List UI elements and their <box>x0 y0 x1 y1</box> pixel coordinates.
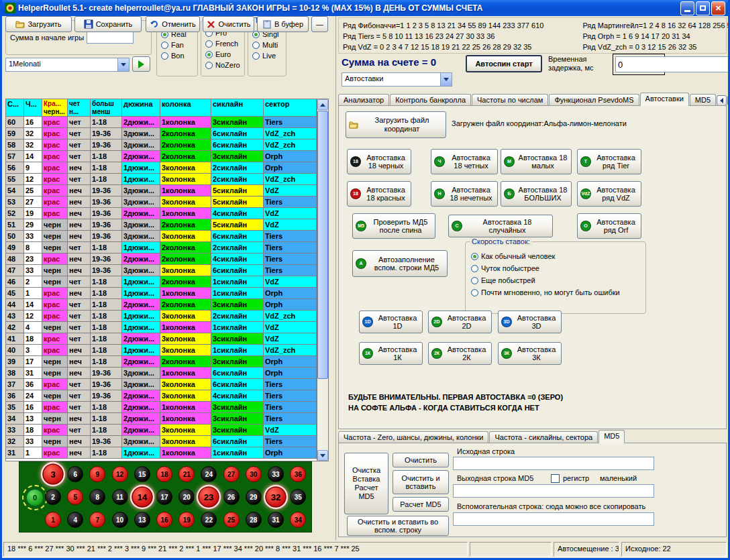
collapse-button[interactable]: — <box>311 16 328 32</box>
save-button[interactable]: Сохранить <box>74 16 142 32</box>
profile-combobox[interactable]: 1Melonati <box>5 58 129 72</box>
undo-button[interactable]: Отменить <box>146 16 200 32</box>
md5-calc-button[interactable]: Расчет MD5 <box>393 497 449 512</box>
table-row[interactable]: 3831черннеч19-363дюжи...1колонка6сиклайн… <box>6 368 317 379</box>
tab-scroll-left-icon[interactable] <box>717 95 727 106</box>
board-number-18[interactable]: 18 <box>156 466 172 482</box>
md5-clear-button[interactable]: Очистить <box>393 453 449 467</box>
autobet-button[interactable]: 2КАвтоставка 2К <box>428 342 492 365</box>
table-row[interactable]: 5129черннеч19-363дюжи...2колонка5сиклайн… <box>6 219 317 231</box>
md5-combo-button[interactable]: Очистка Вставка Расчет MD5 <box>344 453 388 514</box>
autobets-combobox[interactable]: Автоставки <box>342 72 452 87</box>
scroll-down-icon[interactable] <box>317 450 328 461</box>
autobet-orf-button[interactable]: O Автоставка ряд Orf <box>577 213 641 239</box>
tab-Функционал PsevdoMS[interactable]: Функционал PsevdoMS <box>549 94 639 106</box>
table-row[interactable]: 4823краснеч19-362дюжи...2колонка4сиклайн… <box>6 254 317 265</box>
table-row[interactable]: 5033черннеч19-363дюжи...3колонка6сиклайн… <box>6 231 317 242</box>
tab-Анализатор[interactable]: Анализатор <box>338 94 389 106</box>
chevron-down-icon[interactable] <box>117 58 129 71</box>
board-number-1[interactable]: 1 <box>45 512 61 528</box>
board-number-21[interactable]: 21 <box>178 466 195 482</box>
register-checkbox[interactable] <box>551 474 560 483</box>
board-number-9[interactable]: 9 <box>89 466 105 482</box>
board-number-36[interactable]: 36 <box>290 466 306 482</box>
play-button[interactable] <box>132 56 150 72</box>
tab-Автоставки[interactable]: Автоставки <box>640 93 689 106</box>
board-number-17[interactable]: 17 <box>156 489 172 505</box>
board-number-25[interactable]: 25 <box>223 512 240 528</box>
autospin-start-button[interactable]: Автоспин старт <box>466 55 542 72</box>
radio-option-Еще побыстрей[interactable]: Еще побыстрей <box>466 274 645 286</box>
table-row[interactable]: 3736красчет19-363дюжи...3колонка6сиклайн… <box>6 379 317 390</box>
board-number-23[interactable]: 23 <box>199 486 219 507</box>
table-row[interactable]: 5327краснеч19-363дюжи...3колонка5сиклайн… <box>6 197 317 208</box>
autobet-button[interactable]: 18Автоставка 18 черных <box>347 149 411 174</box>
fill-aux-md5-button[interactable]: А Автозаполнение вспом. строки МД5 <box>352 250 448 277</box>
board-number-2[interactable]: 2 <box>45 489 61 505</box>
autobet-button[interactable]: НАвтоставка 18 нечетных <box>431 181 498 207</box>
table-row[interactable]: 3233черннеч19-363дюжи...3колонка6сиклайн… <box>6 436 317 447</box>
tab-Частоты по числам[interactable]: Частоты по числам <box>472 94 548 106</box>
table-row[interactable]: 6016красчет1-182дюжи...1колонка3сиклайнT… <box>6 117 317 128</box>
table-row[interactable]: 5832красчет19-363дюжи...2колонка6сиклайн… <box>6 139 317 151</box>
maximize-button[interactable] <box>696 1 710 15</box>
tab-Частота - Zero, шансы, дюжины, колонки[interactable]: Частота - Zero, шансы, дюжины, колонки <box>338 431 488 443</box>
table-row[interactable]: 5714красчет1-182дюжи...2колонка3сиклайнO… <box>6 151 317 162</box>
table-row[interactable]: 3516красчет1-182дюжи...1колонка3сиклайнT… <box>6 402 317 413</box>
autobet-button[interactable]: МАвтоставка 18 малых <box>501 149 572 174</box>
board-number-12[interactable]: 12 <box>112 466 128 482</box>
table-row[interactable]: 569краснеч1-181дюжи...3колонка2сиклайнOr… <box>6 162 317 174</box>
board-number-33[interactable]: 33 <box>268 466 284 482</box>
table-row[interactable]: 451краснеч1-181дюжи...1колонка1сиклайнOr… <box>6 288 317 299</box>
radio-option-Fan[interactable]: Fan <box>157 40 197 50</box>
tab-MD5[interactable]: MD5 <box>690 94 716 106</box>
tab-MD5[interactable]: MD5 <box>598 430 625 443</box>
autobet-button[interactable]: 3КАвтоставка 3К <box>498 342 562 365</box>
autobet-button[interactable]: 1КАвтоставка 1К <box>359 342 423 365</box>
table-scrollbar[interactable] <box>317 99 328 461</box>
radio-option-Чуток побыстрее[interactable]: Чуток побыстрее <box>466 262 645 274</box>
clear-button[interactable]: Очистить <box>203 16 254 32</box>
scroll-up-icon[interactable] <box>317 99 328 110</box>
board-number-32[interactable]: 32 <box>265 486 286 507</box>
radio-option-Как обычный человек[interactable]: Как обычный человек <box>466 250 645 262</box>
board-number-34[interactable]: 34 <box>290 512 306 528</box>
table-row[interactable]: 462чернчет1-181дюжи...2колонка1сиклайнVd… <box>6 276 317 288</box>
table-row[interactable]: 311краснеч1-181дюжи...1колонка1сиклайнOr… <box>6 447 317 459</box>
table-row[interactable]: 3917черннеч1-182дюжи...2колонка3сиклайнO… <box>6 356 317 368</box>
radio-option-French[interactable]: French <box>201 38 244 49</box>
table-row[interactable]: 3413черннеч1-182дюжи...1колонка3сиклайнT… <box>6 413 317 425</box>
board-number-6[interactable]: 6 <box>67 466 83 482</box>
board-number-15[interactable]: 15 <box>134 466 150 482</box>
autobet-button[interactable]: VdZАвтоставка ряд VdZ <box>577 181 641 207</box>
start-sum-input[interactable] <box>87 32 134 44</box>
board-number-24[interactable]: 24 <box>201 466 217 482</box>
autobet-button[interactable]: TАвтоставка ряд Tier <box>577 149 641 174</box>
board-number-29[interactable]: 29 <box>246 489 262 505</box>
board-number-7[interactable]: 7 <box>89 512 105 528</box>
radio-option-Live[interactable]: Live <box>248 50 286 61</box>
board-number-11[interactable]: 11 <box>112 489 128 505</box>
board-number-16[interactable]: 16 <box>156 512 172 528</box>
table-row[interactable]: 5932красчет19-363дюжи...2колонка6сиклайн… <box>6 128 317 139</box>
autobet-random-button[interactable]: С Автоставка 18 случайных <box>448 215 553 237</box>
table-row[interactable]: 4733черннеч19-363дюжи...3колонка6сиклайн… <box>6 265 317 276</box>
table-row[interactable]: 4414красчет1-182дюжи...2колонка3сиклайнO… <box>6 299 317 311</box>
chevron-down-icon[interactable] <box>440 73 452 86</box>
board-number-0[interactable]: 0 <box>26 489 44 506</box>
board-number-20[interactable]: 20 <box>178 489 195 505</box>
clear-paste-aux-button[interactable]: Очистить и вставить во вспом. строку <box>347 516 449 536</box>
delay-input[interactable] <box>615 56 728 72</box>
load-button[interactable]: Загрузить <box>5 16 72 32</box>
board-number-3[interactable]: 3 <box>42 463 63 484</box>
table-row[interactable]: 4118красчет1-182дюжи...3колонка3сиклайнV… <box>6 333 317 345</box>
autobet-button[interactable]: 2DАвтоставка 2D <box>428 311 492 333</box>
board-number-8[interactable]: 8 <box>89 489 105 505</box>
aux-string-input[interactable] <box>453 512 654 526</box>
to-buffer-button[interactable]: В буфер <box>257 16 309 32</box>
board-number-4[interactable]: 4 <box>67 512 83 528</box>
table-row[interactable]: 3624чернчет19-362дюжи...3колонка4сиклайн… <box>6 390 317 402</box>
board-number-27[interactable]: 27 <box>223 466 240 482</box>
autobet-button[interactable]: 18Автоставка 18 красных <box>347 181 411 207</box>
board-number-10[interactable]: 10 <box>112 512 128 528</box>
